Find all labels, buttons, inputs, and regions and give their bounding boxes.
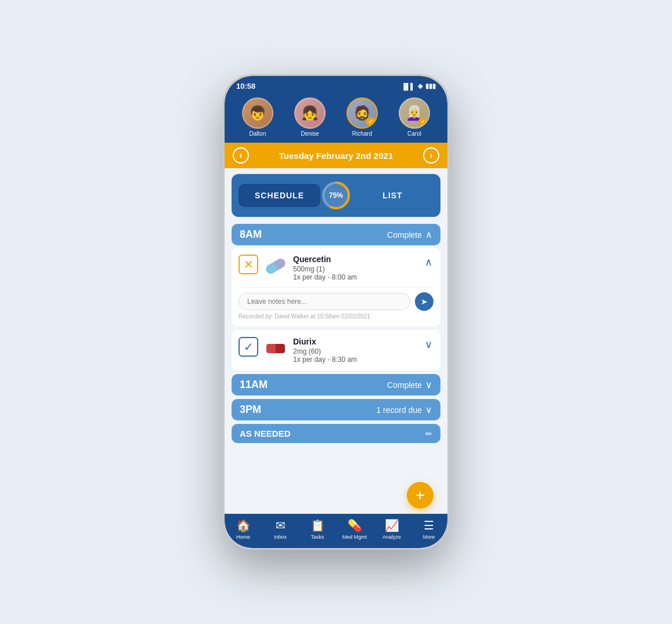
chevron-3pm: ∨ xyxy=(425,404,432,415)
nav-analyze-label: Analyze xyxy=(382,534,401,540)
capsule-quercetin xyxy=(264,257,287,275)
med-name-quercetin: Quercetin xyxy=(293,255,418,264)
profile-name-denise: Denise xyxy=(301,130,319,137)
avatar-face-dalton: 👦 xyxy=(243,99,272,128)
tab-list[interactable]: LIST xyxy=(352,184,433,207)
tasks-icon: 📋 xyxy=(310,518,325,532)
check-badge-carol: ✓ xyxy=(418,117,428,126)
profile-denise[interactable]: 👧 Denise xyxy=(294,97,326,137)
prev-date-button[interactable]: ‹ xyxy=(233,147,249,164)
bottom-nav: 🏠 Home ✉ Inbox 📋 Tasks 💊 Med Mgmt 📈 Anal… xyxy=(225,514,447,548)
profile-name-carol: Carol xyxy=(407,130,421,137)
pill-icon-quercetin xyxy=(264,255,287,278)
time-section-11am[interactable]: 11AM Complete ∨ xyxy=(232,374,440,396)
notes-input-quercetin[interactable] xyxy=(239,293,410,310)
avatar-carol[interactable]: 👩‍🦳 ✓ xyxy=(399,97,430,129)
add-fab-button[interactable]: + xyxy=(407,482,433,509)
phone-frame: 10:58 ▐▌▌ ◈ ▮▮▮ 👦 Dalton 👧 Denise xyxy=(223,74,449,550)
recorded-text-quercetin: Recorded by: David Walker at 10:58am 02/… xyxy=(239,313,433,320)
status-text-3pm: 1 record due xyxy=(376,405,422,415)
med-freq-diurix: 1x per day - 8:30 am xyxy=(293,355,418,364)
status-bar: 10:58 ▐▌▌ ◈ ▮▮▮ xyxy=(225,76,447,94)
tablet-diurix xyxy=(266,344,285,353)
send-btn-quercetin[interactable]: ➤ xyxy=(415,292,433,311)
time-status-as-needed: ✏ xyxy=(425,429,432,438)
status-time: 10:58 xyxy=(236,82,255,90)
med-name-diurix: Diurix xyxy=(293,337,418,346)
profile-richard[interactable]: 🧔 ✓ Richard xyxy=(346,97,378,137)
progress-ring: 75% xyxy=(320,180,352,211)
nav-more-label: More xyxy=(423,534,435,540)
check-quercetin[interactable]: ✕ xyxy=(239,255,258,274)
nav-home-label: Home xyxy=(236,534,250,540)
med-dose-quercetin: 500mg (1) xyxy=(293,265,418,273)
med-card-quercetin: ✕ Quercetin 500mg (1) 1x per day - 8:00 … xyxy=(232,248,440,326)
nav-tasks[interactable]: 📋 Tasks xyxy=(299,518,336,540)
profile-header: 👦 Dalton 👧 Denise 🧔 ✓ Richard 👩‍🦳 xyxy=(225,94,447,143)
time-status-3pm: 1 record due ∨ xyxy=(376,404,432,415)
time-section-8am[interactable]: 8AM Complete ∧ xyxy=(232,224,440,245)
profile-name-dalton: Dalton xyxy=(250,130,266,137)
nav-analyze[interactable]: 📈 Analyze xyxy=(373,518,410,540)
battery-icon: ▮▮▮ xyxy=(425,82,436,90)
time-section-as-needed[interactable]: AS NEEDED ✏ xyxy=(232,424,440,443)
chevron-as-needed: ✏ xyxy=(425,429,432,438)
signal-icon: ▐▌▌ xyxy=(402,83,415,90)
pill-icon-diurix xyxy=(264,337,287,360)
wifi-icon: ◈ xyxy=(418,82,422,90)
med-row-quercetin: ✕ Quercetin 500mg (1) 1x per day - 8:00 … xyxy=(239,255,433,281)
view-tabs: SCHEDULE 75% LIST xyxy=(232,174,440,217)
med-row-diurix: ✓ Diurix 2mg (60) 1x per day - 8:30 am ∨ xyxy=(239,337,433,364)
med-card-diurix: ✓ Diurix 2mg (60) 1x per day - 8:30 am ∨ xyxy=(232,330,440,371)
avatar-face-denise: 👧 xyxy=(295,99,324,128)
nav-inbox-label: Inbox xyxy=(274,534,287,540)
status-icons: ▐▌▌ ◈ ▮▮▮ xyxy=(402,82,436,90)
nav-inbox[interactable]: ✉ Inbox xyxy=(262,518,299,540)
check-badge-richard: ✓ xyxy=(366,117,375,126)
time-status-8am: Complete ∧ xyxy=(387,229,432,240)
chevron-8am: ∧ xyxy=(425,229,432,240)
nav-more[interactable]: ☰ More xyxy=(410,518,447,540)
profile-name-richard: Richard xyxy=(352,130,372,137)
time-label-11am: 11AM xyxy=(240,379,268,391)
time-label-8am: 8AM xyxy=(240,228,262,241)
next-date-button[interactable]: › xyxy=(423,147,439,164)
med-info-quercetin: Quercetin 500mg (1) 1x per day - 8:00 am xyxy=(293,255,418,281)
avatar-denise[interactable]: 👧 xyxy=(294,97,326,129)
avatar-richard[interactable]: 🧔 ✓ xyxy=(346,97,378,129)
analyze-icon: 📈 xyxy=(385,518,399,532)
nav-home[interactable]: 🏠 Home xyxy=(225,518,262,540)
phone-screen: 10:58 ▐▌▌ ◈ ▮▮▮ 👦 Dalton 👧 Denise xyxy=(225,76,447,548)
nav-medmgmt-label: Med Mgmt xyxy=(342,534,367,540)
chevron-11am: ∨ xyxy=(425,379,432,390)
nav-medmgmt[interactable]: 💊 Med Mgmt xyxy=(336,518,373,540)
med-freq-quercetin: 1x per day - 8:00 am xyxy=(293,273,418,281)
current-date: Tuesday February 2nd 2021 xyxy=(279,151,393,161)
progress-pct: 75% xyxy=(329,191,343,199)
time-label-3pm: 3PM xyxy=(240,404,261,416)
inbox-icon: ✉ xyxy=(276,518,286,532)
avatar-dalton[interactable]: 👦 xyxy=(242,97,273,129)
med-dose-diurix: 2mg (60) xyxy=(293,347,418,355)
notes-row-quercetin: ➤ xyxy=(239,287,433,311)
more-icon: ☰ xyxy=(424,518,434,532)
profile-carol[interactable]: 👩‍🦳 ✓ Carol xyxy=(399,97,430,137)
status-text-8am: Complete xyxy=(387,230,422,240)
time-label-as-needed: AS NEEDED xyxy=(240,429,291,438)
chevron-quercetin[interactable]: ∧ xyxy=(424,255,433,270)
nav-tasks-label: Tasks xyxy=(310,534,324,540)
tab-schedule[interactable]: SCHEDULE xyxy=(239,184,320,207)
medmgmt-icon: 💊 xyxy=(348,518,362,532)
profile-dalton[interactable]: 👦 Dalton xyxy=(242,97,273,137)
date-nav: ‹ Tuesday February 2nd 2021 › xyxy=(225,143,447,168)
chevron-diurix[interactable]: ∨ xyxy=(424,337,433,352)
content-area: 8AM Complete ∧ ✕ Quercetin 500mg (1) 1x xyxy=(225,220,447,514)
check-diurix[interactable]: ✓ xyxy=(239,337,258,357)
med-info-diurix: Diurix 2mg (60) 1x per day - 8:30 am xyxy=(293,337,418,364)
time-section-3pm[interactable]: 3PM 1 record due ∨ xyxy=(232,399,440,420)
status-text-11am: Complete xyxy=(387,380,422,390)
home-icon: 🏠 xyxy=(236,518,251,532)
time-status-11am: Complete ∨ xyxy=(387,379,432,390)
